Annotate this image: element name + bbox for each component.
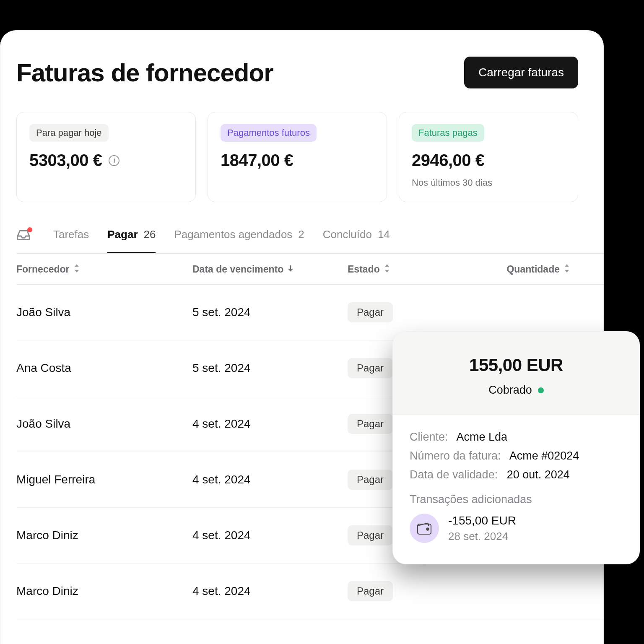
- table-row[interactable]: Marco Diniz4 set. 2024Pagar: [16, 564, 603, 619]
- tab-scheduled-label: Pagamentos agendados: [174, 228, 292, 241]
- tab-pay-label: Pagar: [107, 228, 138, 241]
- svg-point-1: [426, 528, 428, 530]
- info-icon[interactable]: i: [109, 155, 119, 166]
- invoice-detail-card: 155,00 EUR Cobrado Cliente: Acme Lda Núm…: [392, 331, 640, 564]
- cell-supplier: Ana Costa: [16, 361, 192, 375]
- expiry-label: Data de validade:: [410, 468, 498, 481]
- tab-done-count: 14: [378, 228, 390, 241]
- detail-amount: 155,00 EUR: [410, 355, 623, 375]
- card-paid-invoices[interactable]: Faturas pagas 2946,00 € Nos últimos 30 d…: [399, 112, 578, 202]
- cell-due-date: 4 set. 2024: [192, 417, 348, 431]
- pill-paid: Faturas pagas: [412, 124, 484, 142]
- detail-status: Cobrado: [488, 384, 532, 397]
- tab-done-label: Concluído: [323, 228, 372, 241]
- cell-due-date: 5 set. 2024: [192, 361, 348, 375]
- sort-icon: [384, 264, 390, 275]
- sort-icon: [564, 264, 570, 275]
- transaction-row[interactable]: -155,00 EUR 28 set. 2024: [410, 514, 623, 543]
- tab-scheduled[interactable]: Pagamentos agendados 2: [174, 222, 304, 253]
- summary-cards: Para pagar hoje 5303,00 € i Pagamentos f…: [16, 112, 578, 202]
- sort-desc-icon: [288, 264, 293, 275]
- tab-done[interactable]: Concluído 14: [323, 222, 390, 253]
- paid-subtext: Nos últimos 30 dias: [412, 177, 565, 188]
- col-quantity[interactable]: Quantidade: [486, 264, 603, 275]
- pay-chip[interactable]: Pagar: [348, 525, 393, 545]
- wallet-icon: [410, 514, 439, 543]
- cell-due-date: 4 set. 2024: [192, 529, 348, 542]
- pay-chip[interactable]: Pagar: [348, 581, 393, 601]
- transactions-title: Transações adicionadas: [410, 493, 623, 506]
- pay-chip[interactable]: Pagar: [348, 358, 393, 378]
- invoice-number-label: Número da fatura:: [410, 449, 501, 462]
- status-dot-icon: [538, 387, 544, 393]
- amount-future: 1847,00 €: [221, 151, 293, 170]
- tab-tasks-label: Tarefas: [53, 228, 89, 241]
- cell-supplier: Miguel Ferreira: [16, 473, 192, 486]
- transaction-amount: -155,00 EUR: [448, 514, 516, 527]
- amount-pay-today: 5303,00 €: [29, 151, 102, 170]
- card-future-payments[interactable]: Pagamentos futuros 1847,00 €: [208, 112, 387, 202]
- card-pay-today[interactable]: Para pagar hoje 5303,00 € i: [16, 112, 196, 202]
- cell-due-date: 4 set. 2024: [192, 473, 348, 486]
- pay-chip[interactable]: Pagar: [348, 302, 393, 322]
- cell-due-date: 4 set. 2024: [192, 584, 348, 598]
- col-supplier[interactable]: Fornecedor: [16, 264, 192, 275]
- col-state[interactable]: Estado: [348, 264, 486, 275]
- client-value: Acme Lda: [457, 431, 508, 443]
- page-title: Faturas de fornecedor: [16, 58, 273, 87]
- pay-chip[interactable]: Pagar: [348, 470, 393, 490]
- client-label: Cliente:: [410, 431, 448, 443]
- invoice-number-value: Acme #02024: [509, 449, 579, 462]
- transaction-date: 28 set. 2024: [448, 530, 516, 543]
- sort-icon: [74, 264, 80, 275]
- upload-invoices-button[interactable]: Carregar faturas: [464, 57, 578, 88]
- pill-future: Pagamentos futuros: [221, 124, 317, 142]
- cell-supplier: João Silva: [16, 306, 192, 319]
- tab-pay-count: 26: [144, 228, 156, 241]
- amount-paid: 2946,00 €: [412, 151, 484, 170]
- expiry-value: 20 out. 2024: [507, 468, 570, 481]
- tab-inbox-icon[interactable]: [16, 223, 35, 253]
- pill-pay-today: Para pagar hoje: [29, 124, 109, 142]
- pay-chip[interactable]: Pagar: [348, 414, 393, 434]
- tab-pay[interactable]: Pagar 26: [107, 222, 156, 253]
- tab-tasks[interactable]: Tarefas: [53, 222, 89, 253]
- col-due-date[interactable]: Data de vencimento: [192, 264, 348, 275]
- cell-supplier: Marco Diniz: [16, 584, 192, 598]
- tabs: Tarefas Pagar 26 Pagamentos agendados 2 …: [16, 222, 603, 254]
- inbox-icon: [16, 229, 31, 241]
- notification-dot-icon: [27, 227, 32, 232]
- cell-due-date: 5 set. 2024: [192, 306, 348, 319]
- cell-supplier: Marco Diniz: [16, 529, 192, 542]
- table-header: Fornecedor Data de vencimento Estado Qua…: [16, 254, 603, 285]
- tab-scheduled-count: 2: [298, 228, 304, 241]
- cell-supplier: João Silva: [16, 417, 192, 431]
